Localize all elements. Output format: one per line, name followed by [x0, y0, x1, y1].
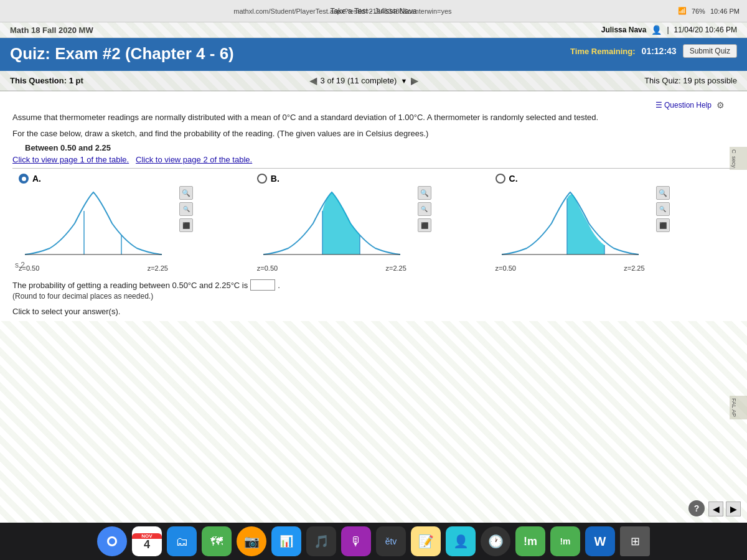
dock-tv[interactable]: ětv — [376, 526, 406, 556]
dock-clock[interactable]: 🕐 — [481, 526, 510, 556]
dock-finder[interactable]: 🗂 — [167, 526, 197, 556]
question-help-label: Question Help — [664, 101, 712, 110]
prob-text: The probability of getting a reading bet… — [12, 281, 248, 290]
browser-right: 📶 76% 10:46 PM — [678, 7, 740, 15]
quiz-pts-text: This Quiz: 19 pts possible — [644, 76, 737, 85]
dock-maps[interactable]: 🗺 — [202, 526, 232, 556]
settings-icon[interactable]: ⚙ — [716, 100, 725, 110]
probability-row: The probability of getting a reading bet… — [12, 279, 735, 291]
right-partial-label-2: FAL AP — [730, 396, 747, 419]
table-link-1[interactable]: Click to view page 1 of the table. — [12, 155, 129, 164]
bell-curve-b — [257, 186, 406, 261]
taskbar: NOV 4 🗂 🗺 📷 📊 🎵 🎙 ětv 📝 👤 🕐 !m !m W ⊞ — [0, 523, 747, 560]
external-link-c[interactable]: ⬛ — [656, 218, 670, 232]
dock-calendar[interactable]: NOV 4 — [132, 526, 162, 556]
browser-chrome: Take a Test - Julissa Nava mathxl.com/St… — [0, 0, 747, 22]
bottom-nav: ◀ ▶ — [708, 502, 741, 516]
question-text-1: Assume that thermometer readings are nor… — [12, 111, 735, 124]
next-question-arrow[interactable]: ▶ — [411, 75, 418, 86]
z-label-b-1: z=0.50 — [257, 264, 278, 272]
right-label-4: AP — [731, 409, 737, 417]
z-label-b-2: z=2.25 — [385, 264, 406, 272]
question-pts-label: This Question: — [10, 76, 67, 85]
zoom-in-c[interactable]: 🔍 — [656, 186, 670, 200]
header-top: Math 18 Fall 2020 MW Julissa Nava 👤 | 11… — [0, 22, 747, 38]
radio-b[interactable] — [257, 174, 267, 184]
dock-contacts[interactable]: 👤 — [446, 526, 476, 556]
zoom-in-b[interactable]: 🔍 — [418, 186, 431, 200]
prob-answer-box[interactable] — [250, 279, 275, 291]
z-label-a-2: z=2.25 — [148, 264, 168, 272]
dock-photos[interactable]: 📷 — [237, 526, 266, 556]
round-note: (Round to four decimal places as needed.… — [12, 292, 735, 301]
zoom-out-a[interactable]: 🔍 — [179, 202, 193, 216]
answer-options: A. z= — [12, 174, 735, 273]
option-a: A. z= — [12, 174, 251, 273]
graph-c: z=0.50 z=2.25 🔍 🔍 ⬛ — [496, 186, 670, 273]
submit-quiz-button[interactable]: Submit Quiz — [683, 44, 737, 58]
option-b-label[interactable]: B. — [257, 174, 280, 184]
separator: | — [667, 26, 669, 34]
dropdown-arrow[interactable]: ▼ — [400, 77, 407, 85]
dock-grid[interactable]: ⊞ — [620, 526, 650, 556]
external-link-a[interactable]: ⬛ — [179, 218, 193, 232]
radio-a[interactable] — [19, 174, 29, 184]
prev-question-arrow[interactable]: ◀ — [309, 75, 317, 86]
dock-stats[interactable]: 📊 — [271, 526, 301, 556]
bell-curve-c — [496, 186, 645, 261]
option-b-text: B. — [271, 174, 280, 184]
dock-music[interactable]: 🎵 — [306, 526, 336, 556]
zoom-in-a[interactable]: 🔍 — [179, 186, 193, 200]
tv-label: ětv — [385, 536, 397, 546]
question-nav: ◀ 3 of 19 (11 complete) ▼ ▶ — [309, 75, 419, 86]
question-progress: 3 of 19 (11 complete) — [321, 76, 397, 85]
dock-messages[interactable]: !m — [515, 526, 545, 556]
question-pts-value: 1 pt — [69, 76, 83, 85]
dock-word[interactable]: W — [585, 526, 615, 556]
bottom-prev-arrow[interactable]: ◀ — [708, 502, 723, 516]
wifi-icon: 📶 — [678, 7, 687, 15]
bottom-next-arrow[interactable]: ▶ — [726, 502, 741, 516]
click-select-text: Click to select your answer(s). — [12, 307, 735, 316]
external-link-b[interactable]: ⬛ — [418, 218, 431, 232]
imessage-label: !m — [560, 536, 570, 546]
main-content: Math 18 Fall 2020 MW Julissa Nava 👤 | 11… — [0, 22, 747, 523]
graph-tools-a: 🔍 🔍 ⬛ — [179, 186, 193, 232]
radio-c[interactable] — [496, 174, 505, 184]
graph-a: z=0.50 z=2.25 🔍 🔍 ⬛ — [19, 186, 193, 273]
between-text: Between 0.50 and 2.25 — [25, 143, 735, 152]
option-c: C. — [489, 174, 728, 273]
question-bar: This Question: 1 pt ◀ 3 of 19 (11 comple… — [0, 71, 747, 91]
bell-curve-a — [19, 186, 168, 261]
option-c-label[interactable]: C. — [496, 174, 518, 184]
dock-podcasts[interactable]: 🎙 — [341, 526, 371, 556]
dock-imessage[interactable]: !m — [550, 526, 580, 556]
zoom-out-b[interactable]: 🔍 — [418, 202, 431, 216]
quiz-pts-label: This Quiz: — [644, 76, 681, 85]
divider — [12, 168, 735, 169]
question-points: This Question: 1 pt — [10, 76, 83, 85]
option-a-label[interactable]: A. — [19, 174, 41, 184]
user-info-area: Julissa Nava 👤 | 11/04/20 10:46 PM — [601, 25, 737, 35]
z-label-c-1: z=0.50 — [496, 264, 516, 272]
question-help-button[interactable]: ☰ Question Help — [655, 101, 712, 110]
option-b: B. — [251, 174, 489, 273]
battery-level: 76% — [692, 7, 705, 15]
quiz-pts-value: 19 pts possible — [683, 76, 737, 85]
quiz-points-area: This Quiz: 19 pts possible — [644, 76, 737, 85]
z-label-c-2: z=2.25 — [624, 264, 644, 272]
table-link-2[interactable]: Click to view page 2 of the table. — [136, 155, 252, 164]
user-icon: 👤 — [651, 25, 662, 35]
zoom-out-c[interactable]: 🔍 — [656, 202, 670, 216]
quiz-title-bar: Quiz: Exam #2 (Chapter 4 - 6) Time Remai… — [0, 38, 747, 71]
option-a-text: A. — [32, 174, 41, 184]
prob-period: . — [278, 281, 280, 290]
dock-chrome[interactable] — [97, 526, 127, 556]
dock-notes[interactable]: 📝 — [411, 526, 441, 556]
time-remaining-value: 01:12:43 — [642, 46, 677, 56]
help-button[interactable]: ? — [688, 500, 705, 516]
question-text-2: For the case below, draw a sketch, and f… — [12, 128, 735, 140]
list-icon: ☰ — [655, 101, 662, 110]
between-value: Between 0.50 and 2.25 — [25, 143, 111, 152]
header-date: 11/04/20 10:46 PM — [674, 26, 737, 34]
